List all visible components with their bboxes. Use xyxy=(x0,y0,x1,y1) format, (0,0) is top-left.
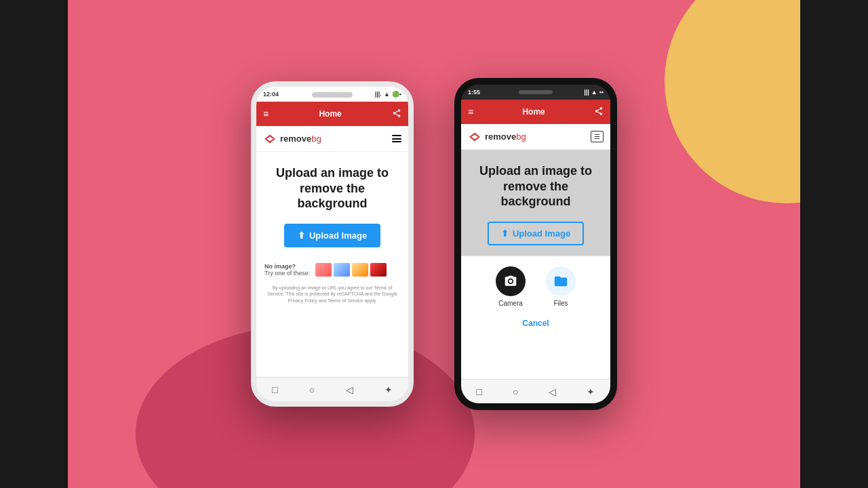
no-image-text: No image? Try one of these: xyxy=(264,263,310,277)
app-bar-title-black: Home xyxy=(522,107,545,117)
logo-text-white: removebg xyxy=(280,134,321,144)
signal-black: ||| xyxy=(584,89,589,96)
nav-recents-black[interactable]: □ xyxy=(477,386,482,397)
logo-area-white: removebg xyxy=(263,134,321,144)
upload-button-label-black: Upload Image xyxy=(513,228,570,239)
wifi-black: ▲ xyxy=(591,89,597,96)
status-icons-white: |||. ▲ 🟢▪ xyxy=(375,91,401,98)
bottom-nav-white: □ ○ ◁ ✦ xyxy=(256,377,408,401)
camera-label: Camera xyxy=(498,300,523,307)
app-bar-black: ≡ Home xyxy=(461,100,610,124)
phone-black: 1:55 ||| ▲ ▪▪ ≡ Home xyxy=(454,78,617,410)
nav-home-black[interactable]: ○ xyxy=(513,386,518,397)
svg-point-2 xyxy=(398,115,401,117)
status-time-black: 1:55 xyxy=(468,89,480,96)
app-bar-title-white: Home xyxy=(319,109,341,119)
action-files[interactable]: Files xyxy=(546,266,576,307)
hero-title-black: Upload an image to remove the background xyxy=(471,163,600,209)
logo-bar-black: removebg ☰ xyxy=(461,124,610,150)
files-label: Files xyxy=(553,300,568,307)
cancel-button-black[interactable]: Cancel xyxy=(475,315,597,331)
nav-assist-black[interactable]: ✦ xyxy=(587,386,595,397)
status-time-white: 12:04 xyxy=(263,91,279,98)
nav-back-black[interactable]: ◁ xyxy=(549,386,556,397)
svg-point-1 xyxy=(393,112,396,115)
notch-white xyxy=(312,92,353,98)
battery-black: ▪▪ xyxy=(599,89,604,96)
files-icon-circle xyxy=(546,266,576,296)
nav-back-white[interactable]: ◁ xyxy=(346,384,353,395)
upload-icon-white: ⬆ xyxy=(298,230,305,241)
upload-button-black[interactable]: ⬆ Upload Image xyxy=(488,222,584,245)
menu-box-icon: ☰ xyxy=(594,133,600,140)
svg-point-0 xyxy=(398,109,401,112)
svg-point-8 xyxy=(595,110,598,113)
menu-box-black[interactable]: ☰ xyxy=(591,131,604,142)
spacer-black xyxy=(461,342,610,380)
svg-line-11 xyxy=(597,108,600,110)
logo-icon-black xyxy=(468,131,481,142)
phone-white: 12:04 |||. ▲ 🟢▪ ≡ Home xyxy=(251,81,414,407)
logo-area-black: removebg xyxy=(468,131,526,142)
bottom-nav-black: □ ○ ◁ ✦ xyxy=(461,379,610,403)
no-image-section: No image? Try one of these: xyxy=(256,258,408,282)
svg-line-4 xyxy=(395,110,398,112)
wifi-icon-white: ▲ xyxy=(384,91,390,98)
action-sheet: Camera Files Cancel xyxy=(461,256,610,342)
hero-section-white: Upload an image to remove the background… xyxy=(256,152,408,258)
sample-thumb-3[interactable] xyxy=(352,263,368,277)
upload-button-white[interactable]: ⬆ Upload Image xyxy=(284,224,380,247)
legal-text-white: By uploading an image or URL you agree t… xyxy=(256,282,408,307)
sample-thumbs xyxy=(315,263,387,277)
share-icon-black[interactable] xyxy=(594,106,604,118)
main-content: 12:04 |||. ▲ 🟢▪ ≡ Home xyxy=(0,0,868,488)
svg-point-9 xyxy=(600,113,603,115)
logo-icon-white xyxy=(263,134,277,144)
hero-section-black: Upload an image to remove the background… xyxy=(461,150,610,256)
hero-title-white: Upload an image to remove the background xyxy=(267,165,398,211)
camera-icon-circle xyxy=(496,266,526,296)
sample-thumb-4[interactable] xyxy=(370,263,387,277)
nav-recents-white[interactable]: □ xyxy=(272,384,277,395)
hamburger-icon-black[interactable]: ≡ xyxy=(468,106,473,117)
sample-thumb-2[interactable] xyxy=(334,263,350,277)
svg-line-3 xyxy=(395,113,398,115)
hamburger-icon-white[interactable]: ≡ xyxy=(263,108,269,119)
svg-point-7 xyxy=(600,107,603,110)
svg-line-10 xyxy=(597,111,600,113)
share-icon-white[interactable] xyxy=(392,108,401,120)
app-bar-white: ≡ Home xyxy=(256,102,408,126)
upload-button-label-white: Upload Image xyxy=(309,230,367,241)
sample-thumb-1[interactable] xyxy=(315,263,332,277)
action-sheet-options: Camera Files xyxy=(475,266,597,307)
signal-icon-white: |||. xyxy=(375,91,382,98)
logo-bar-white: removebg xyxy=(256,126,408,152)
logo-text-black: removebg xyxy=(485,131,526,142)
spacer-white xyxy=(256,307,408,377)
action-camera[interactable]: Camera xyxy=(496,266,526,307)
menu-hamburger-white[interactable] xyxy=(392,135,401,142)
upload-icon-black: ⬆ xyxy=(501,228,509,239)
camera-bump-black xyxy=(519,90,553,94)
nav-assist-white[interactable]: ✦ xyxy=(384,384,393,395)
status-icons-black: ||| ▲ ▪▪ xyxy=(584,89,604,96)
nav-home-white[interactable]: ○ xyxy=(309,384,314,395)
battery-white: 🟢▪ xyxy=(392,91,401,98)
